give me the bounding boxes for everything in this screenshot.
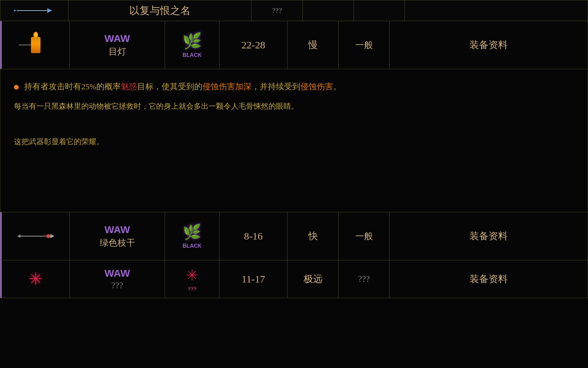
top-empty3 — [405, 0, 588, 21]
item1-element: 🌿 BLACK — [165, 21, 219, 69]
item2-name-cell: WAW 绿色枝干 — [70, 212, 165, 260]
bullet-icon — [14, 85, 19, 90]
item2-action[interactable]: 装备资料 — [390, 212, 588, 260]
item3-speed: 极远 — [288, 260, 339, 298]
item3-element: ✳ ??? — [165, 260, 219, 298]
item2-icon — [2, 212, 70, 260]
description-row: 持有者攻击时有25%的概率魅惑目标，使其受到的侵蚀伤害加深，并持续受到侵蚀伤害。… — [0, 69, 588, 212]
item1-action[interactable]: 装备资料 — [390, 21, 588, 69]
item1-rarity: 一般 — [339, 21, 390, 69]
item1-damage: 22-28 — [219, 21, 288, 69]
item3-icon: ✳ — [2, 260, 70, 298]
purple-flame-icon-1: 🌿 — [182, 32, 202, 50]
desc-spacer — [14, 121, 574, 135]
item2-element: 🌿 BLACK — [165, 212, 219, 260]
item3-damage: 11-17 — [219, 260, 288, 298]
item-row-1: WAW 目灯 🌿 BLACK 22-28 慢 一般 装备资料 — [0, 21, 588, 69]
desc-line3: 这把武器彰显着它的荣耀。 — [14, 135, 574, 149]
item-row-3: ✳ WAW ??? ✳ ??? 11-17 极远 ??? 装备资料 — [0, 260, 588, 298]
desc-line2: 每当有一只黑森林里的动物被它拯救时，它的身上就会多出一颗令人毛骨悚然的眼睛。 — [14, 99, 574, 113]
purple-flame-icon-2: 🌿 — [183, 223, 201, 241]
main-container: 以复与恨之名 ??? WAW 目灯 🌿 BL — [0, 0, 588, 368]
item2-damage: 8-16 — [219, 212, 288, 260]
item3-rarity: ??? — [339, 260, 390, 298]
red-flower-icon: ✳ — [29, 269, 43, 289]
desc-line1: 持有者攻击时有25%的概率魅惑目标，使其受到的侵蚀伤害加深，并持续受到侵蚀伤害。 — [14, 79, 574, 94]
item2-rarity: 一般 — [339, 212, 390, 260]
item-row-2: WAW 绿色枝干 🌿 BLACK 8-16 快 一般 装备资料 — [0, 212, 588, 260]
top-item-name: 以复与恨之名 — [68, 0, 251, 21]
item2-speed: 快 — [288, 212, 339, 260]
top-unknown: ??? — [251, 0, 303, 21]
red-element-icon: ✳ — [186, 266, 198, 284]
top-icon-cell — [0, 0, 68, 21]
item1-speed: 慢 — [288, 21, 339, 69]
top-empty1 — [303, 0, 354, 21]
item1-name-cell: WAW 目灯 — [70, 21, 165, 69]
item1-icon — [2, 21, 70, 69]
top-empty2 — [354, 0, 405, 21]
item3-action[interactable]: 装备资料 — [390, 260, 588, 298]
top-item-row: 以复与恨之名 ??? — [0, 0, 588, 21]
item3-name-cell: WAW ??? — [70, 260, 165, 298]
